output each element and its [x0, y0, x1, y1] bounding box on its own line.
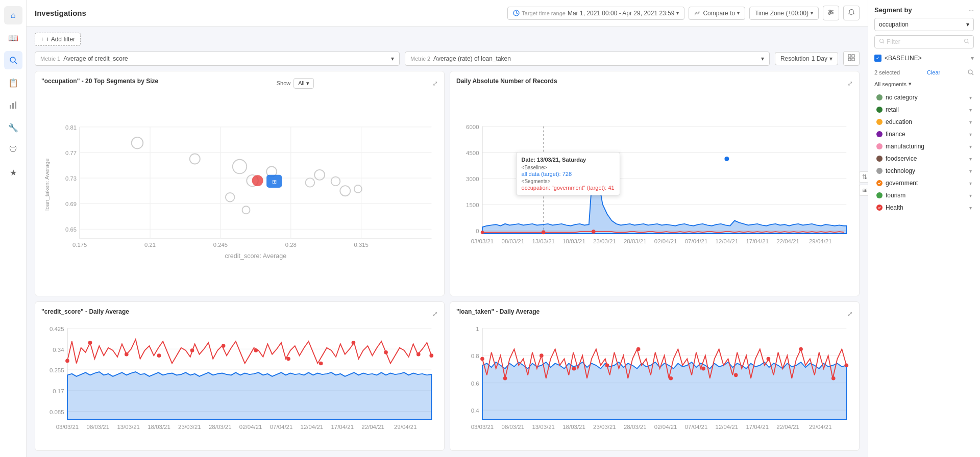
svg-point-12: [831, 12, 832, 13]
svg-text:02/04/21: 02/04/21: [239, 424, 262, 430]
seg-dot-manufacturing: [876, 143, 883, 149]
svg-text:17/04/21: 17/04/21: [746, 424, 769, 430]
segment-item-technology[interactable]: technology ▾: [874, 165, 974, 177]
time-range-value: Mar 1, 2021 00:00 - Apr 29, 2021 23:59: [568, 10, 674, 17]
right-panel-menu-btn[interactable]: ···: [968, 6, 974, 14]
metric1-value: Average of credit_score: [63, 55, 128, 62]
svg-line-7: [517, 13, 518, 14]
svg-rect-15: [852, 55, 854, 57]
nav-clipboard[interactable]: 📋: [4, 73, 22, 92]
add-filter-icon: +: [40, 36, 44, 43]
svg-point-121: [429, 354, 433, 358]
nav-star[interactable]: ★: [4, 163, 22, 182]
svg-point-49: [340, 186, 350, 196]
compare-label: Compare to: [703, 10, 735, 17]
segment-by-label: Segment by: [874, 6, 912, 14]
svg-text:3000: 3000: [466, 176, 479, 182]
page-title: Investigations: [35, 9, 501, 17]
segment-item-no-category[interactable]: no category ▾: [874, 91, 974, 104]
segment-item-education[interactable]: education ▾: [874, 116, 974, 128]
nav-home[interactable]: ⌂: [4, 6, 22, 24]
filter-input[interactable]: Filter: [874, 35, 974, 48]
daily-records-title: Daily Absolute Number of Records: [456, 78, 557, 85]
segment-item-foodservice[interactable]: foodservice ▾: [874, 153, 974, 165]
equalizer-btn[interactable]: [823, 6, 839, 20]
layout-btn[interactable]: [843, 51, 860, 66]
svg-text:0.085: 0.085: [50, 409, 64, 415]
segment-item-tourism[interactable]: tourism ▾: [874, 189, 974, 201]
metric2-value: Average (rate) of loan_taken: [433, 55, 511, 62]
svg-point-51: [226, 193, 235, 202]
segment-item-health[interactable]: Health ▾: [874, 201, 974, 214]
nav-book[interactable]: 📖: [4, 29, 22, 47]
segment-item-retail[interactable]: retail ▾: [874, 104, 974, 116]
nav-bar-chart[interactable]: [4, 96, 22, 114]
baseline-checkbox[interactable]: ✓: [874, 55, 881, 62]
segment-item-finance[interactable]: finance ▾: [874, 128, 974, 140]
segment-item-government[interactable]: government ▾: [874, 177, 974, 189]
baseline-row[interactable]: ✓ <BASELINE> ▾: [874, 53, 974, 64]
svg-point-11: [829, 10, 831, 12]
chart-ctrl-2[interactable]: ≋: [859, 185, 868, 196]
show-label: Show: [277, 80, 291, 86]
seg-name-education: education: [886, 118, 912, 125]
svg-text:0.245: 0.245: [213, 242, 228, 248]
metric1-select[interactable]: Metric 1Average of credit_score ▾: [35, 52, 400, 66]
all-segments-label[interactable]: All segments ▾: [874, 81, 974, 87]
svg-point-47: [314, 170, 325, 180]
timezone-btn[interactable]: Time Zone (±00:00) ▾: [749, 7, 819, 20]
timezone-caret: ▾: [811, 10, 813, 16]
seg-dot-foodservice: [876, 156, 883, 162]
svg-text:13/03/21: 13/03/21: [117, 424, 140, 430]
right-panel: Segment by ··· occupation ▾ Filter ✓ <BA…: [868, 0, 980, 457]
svg-point-119: [384, 350, 388, 354]
daily-records-expand-btn[interactable]: ⤢: [847, 80, 853, 87]
chart-ctrl-1[interactable]: ⇅: [859, 171, 868, 183]
clear-btn[interactable]: Clear: [927, 69, 940, 75]
svg-text:18/03/21: 18/03/21: [148, 424, 170, 430]
seg-caret-tourism: ▾: [969, 193, 972, 198]
segment-left-finance: finance: [876, 131, 905, 138]
svg-line-1: [15, 62, 17, 64]
bell-btn[interactable]: [843, 6, 860, 20]
credit-score-expand-btn[interactable]: ⤢: [432, 310, 438, 318]
show-select[interactable]: All ▾: [293, 78, 314, 89]
svg-text:07/04/21: 07/04/21: [685, 424, 708, 430]
seg-caret-manufacturing: ▾: [969, 144, 972, 149]
target-time-range-btn[interactable]: Target time range Mar 1, 2021 00:00 - Ap…: [507, 7, 684, 20]
loan-taken-expand-btn[interactable]: ⤢: [847, 310, 853, 318]
add-filter-btn[interactable]: + + Add filter: [35, 33, 81, 46]
compare-to-btn[interactable]: Compare to ▾: [689, 7, 745, 20]
seg-dot-technology: [876, 168, 883, 174]
svg-point-117: [319, 362, 323, 366]
svg-text:0: 0: [476, 228, 479, 234]
svg-text:28/03/21: 28/03/21: [624, 424, 647, 430]
svg-point-41: [132, 137, 143, 149]
svg-point-118: [352, 341, 356, 345]
credit-score-title: "credit_score" - Daily Average: [41, 308, 129, 315]
nav-search[interactable]: [4, 51, 22, 69]
svg-rect-2: [10, 105, 11, 109]
resolution-ctrl[interactable]: Resolution 1 Day ▾: [775, 52, 838, 65]
nav-shield[interactable]: 🛡: [4, 141, 22, 159]
svg-text:1500: 1500: [466, 202, 479, 208]
segment-left-government: government: [876, 180, 918, 187]
svg-rect-4: [15, 101, 16, 109]
seg-name-tourism: tourism: [886, 192, 905, 199]
compare-icon: [694, 10, 701, 16]
svg-point-111: [125, 352, 129, 357]
seg-dot-retail: [876, 107, 883, 113]
svg-point-115: [254, 349, 258, 353]
search-segments-icon[interactable]: [967, 69, 974, 75]
segment-item-manufacturing[interactable]: manufacturing ▾: [874, 140, 974, 153]
nav-wrench[interactable]: 🔧: [4, 118, 22, 137]
metric2-select[interactable]: Metric 2Average (rate) of loan_taken ▾: [405, 52, 770, 66]
loan-taken-panel: "loan_taken" - Daily Average ⤢ 1: [450, 301, 860, 451]
segment-select[interactable]: occupation ▾: [874, 18, 974, 31]
seg-name-foodservice: foodservice: [886, 155, 917, 162]
svg-point-46: [306, 178, 315, 187]
scatter-expand-btn[interactable]: ⤢: [432, 80, 438, 87]
scatter-svg-container: 0.81 0.77 0.73 0.69 0.65 0.175 0.21 0.24…: [41, 92, 438, 290]
svg-point-42: [190, 154, 200, 164]
selected-info: 2 selected Clear: [874, 68, 974, 77]
